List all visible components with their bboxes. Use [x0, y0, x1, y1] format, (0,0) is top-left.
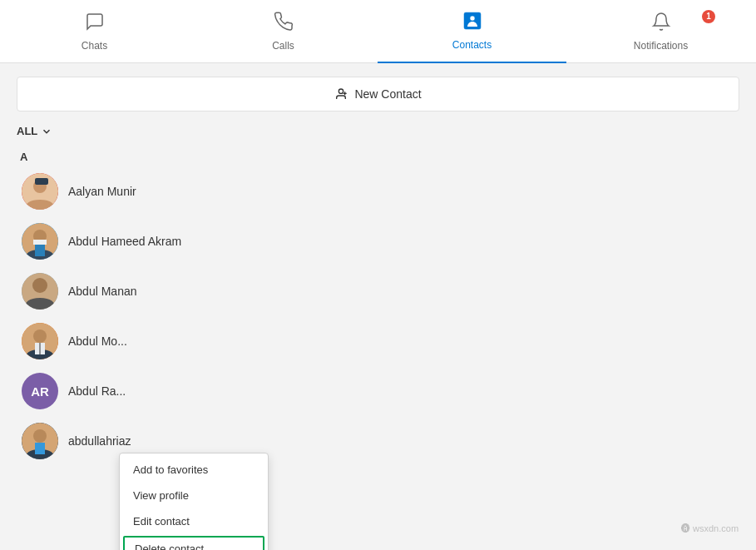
- context-menu: Add to favorites View profile Edit conta…: [119, 453, 269, 550]
- svg-point-13: [32, 278, 47, 293]
- contact-name: Abdul Ra...: [68, 384, 126, 398]
- avatar-image: [22, 223, 58, 260]
- context-menu-edit-contact[interactable]: Edit contact: [120, 508, 268, 534]
- filter-row[interactable]: ALL: [17, 125, 739, 137]
- avatar: [22, 273, 58, 310]
- contacts-list: Aalyan Munir Abdul Hameed Akram: [17, 166, 739, 466]
- avatar: [22, 323, 58, 359]
- svg-point-15: [33, 330, 47, 343]
- notification-badge: 1: [702, 10, 715, 23]
- notifications-icon: [651, 12, 671, 37]
- contact-item[interactable]: Aalyan Munir: [17, 166, 739, 216]
- watermark: 🅐 wsxdn.com: [681, 515, 748, 542]
- contact-item[interactable]: Abdul Hameed Akram: [17, 216, 739, 266]
- avatar-initials: AR: [31, 384, 49, 399]
- contact-name: Abdul Manan: [68, 285, 137, 298]
- nav-item-notifications[interactable]: 1 Notifications: [566, 0, 755, 63]
- svg-rect-11: [33, 240, 47, 245]
- main-content: New Contact ALL A Aalyan Munir: [0, 63, 756, 550]
- notifications-label: Notifications: [634, 40, 688, 52]
- svg-rect-7: [35, 178, 48, 185]
- svg-text:🅐 wsxdn.com: 🅐 wsxdn.com: [681, 523, 739, 533]
- avatar-image: [22, 323, 58, 359]
- filter-label: ALL: [17, 125, 37, 137]
- contact-item[interactable]: Abdul Mo...: [17, 316, 739, 366]
- svg-point-1: [470, 16, 475, 21]
- svg-rect-20: [35, 443, 45, 454]
- contact-name: Aalyan Munir: [68, 185, 136, 198]
- calls-icon: [274, 12, 294, 37]
- calls-label: Calls: [272, 40, 294, 52]
- svg-rect-10: [35, 243, 45, 256]
- contacts-label: Contacts: [452, 39, 492, 51]
- nav-bar: Chats Calls Contacts 1 Notifications: [0, 0, 756, 63]
- contact-name: Abdul Hameed Akram: [68, 235, 181, 248]
- nav-item-chats[interactable]: Chats: [0, 0, 189, 63]
- contact-item[interactable]: AR Abdul Ra...: [17, 366, 739, 416]
- svg-point-2: [339, 89, 343, 93]
- nav-item-contacts[interactable]: Contacts: [378, 0, 566, 63]
- svg-point-19: [33, 429, 47, 443]
- watermark-logo: 🅐 wsxdn.com: [681, 515, 748, 540]
- avatar: [22, 423, 58, 459]
- new-contact-button[interactable]: New Contact: [17, 77, 739, 111]
- avatar: [22, 173, 58, 210]
- avatar-image: [22, 423, 58, 459]
- avatar: AR: [22, 373, 58, 409]
- context-menu-view-profile[interactable]: View profile: [120, 483, 268, 508]
- contact-name: abdullahriaz: [68, 434, 131, 448]
- contacts-icon: [462, 11, 482, 36]
- contact-item[interactable]: Abdul Manan: [17, 266, 739, 316]
- chats-label: Chats: [82, 40, 107, 52]
- avatar-image: [22, 273, 58, 310]
- contact-name: Abdul Mo...: [68, 334, 127, 348]
- nav-item-calls[interactable]: Calls: [189, 0, 378, 63]
- avatar-image: [22, 173, 58, 210]
- chats-icon: [85, 12, 105, 37]
- section-header-a: A: [17, 151, 739, 163]
- avatar: [22, 223, 58, 260]
- chevron-down-icon: [41, 126, 52, 137]
- context-menu-delete-contact[interactable]: Delete contact: [123, 536, 264, 550]
- context-menu-add-favorites[interactable]: Add to favorites: [120, 457, 268, 483]
- new-contact-icon: [334, 87, 348, 101]
- new-contact-label: New Contact: [354, 87, 421, 101]
